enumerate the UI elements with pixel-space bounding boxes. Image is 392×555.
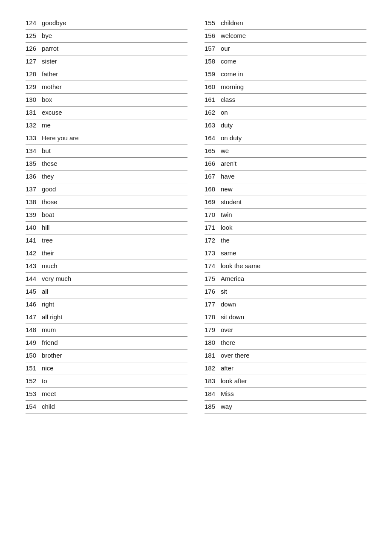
table-row: 165we [205, 145, 366, 158]
word-text: child [42, 403, 187, 410]
word-number: 129 [26, 83, 42, 90]
table-row: 143much [26, 260, 187, 273]
word-number: 136 [26, 173, 42, 180]
word-number: 160 [205, 83, 221, 90]
table-row: 139boat [26, 209, 187, 222]
word-number: 184 [205, 390, 221, 397]
word-text: nice [42, 364, 187, 372]
table-row: 126parrot [26, 43, 187, 55]
word-text: sister [42, 58, 187, 65]
word-text: parrot [42, 45, 187, 52]
word-number: 169 [205, 198, 221, 205]
word-number: 146 [26, 301, 42, 308]
word-text: twin [221, 211, 366, 218]
table-row: 129mother [26, 81, 187, 94]
table-row: 184Miss [205, 388, 366, 401]
word-number: 153 [26, 390, 42, 397]
word-text: welcome [221, 32, 366, 39]
table-row: 144very much [26, 273, 187, 286]
word-number: 166 [205, 160, 221, 167]
table-row: 158come [205, 55, 366, 68]
word-text: bye [42, 32, 187, 39]
word-text: very much [42, 275, 187, 282]
word-number: 176 [205, 288, 221, 295]
word-text: America [221, 275, 366, 282]
word-text: aren't [221, 160, 366, 167]
word-number: 173 [205, 249, 221, 257]
word-number: 161 [205, 96, 221, 103]
word-number: 130 [26, 96, 42, 103]
word-number: 133 [26, 134, 42, 142]
table-row: 130box [26, 94, 187, 107]
word-number: 127 [26, 58, 42, 65]
word-number: 142 [26, 249, 42, 257]
word-number: 157 [205, 45, 221, 52]
table-row: 140hill [26, 222, 187, 234]
table-row: 155children [205, 17, 366, 30]
word-text: me [42, 121, 187, 129]
right-column: 155children156welcome157our158come159com… [205, 17, 366, 413]
word-text: but [42, 147, 187, 154]
word-number: 164 [205, 134, 221, 142]
word-text: Here you are [42, 134, 187, 142]
table-row: 132me [26, 119, 187, 132]
table-row: 157our [205, 43, 366, 55]
word-text: after [221, 364, 366, 372]
table-row: 182after [205, 362, 366, 375]
word-list-container: 124goodbye125bye126parrot127sister128fat… [26, 17, 366, 413]
table-row: 173same [205, 247, 366, 260]
word-text: hill [42, 224, 187, 231]
table-row: 169student [205, 196, 366, 209]
table-row: 152to [26, 375, 187, 388]
word-number: 183 [205, 377, 221, 384]
word-text: they [42, 173, 187, 180]
table-row: 145all [26, 286, 187, 298]
table-row: 160morning [205, 81, 366, 94]
word-text: student [221, 198, 366, 205]
word-text: right [42, 301, 187, 308]
word-text: same [221, 249, 366, 257]
word-text: come [221, 58, 366, 65]
table-row: 133Here you are [26, 132, 187, 145]
word-number: 175 [205, 275, 221, 282]
word-number: 134 [26, 147, 42, 154]
word-number: 137 [26, 185, 42, 193]
table-row: 176sit [205, 286, 366, 298]
word-number: 171 [205, 224, 221, 231]
word-text: class [221, 96, 366, 103]
table-row: 156welcome [205, 30, 366, 43]
table-row: 127sister [26, 55, 187, 68]
word-number: 128 [26, 70, 42, 78]
word-number: 172 [205, 237, 221, 244]
table-row: 167have [205, 171, 366, 183]
word-number: 170 [205, 211, 221, 218]
word-text: excuse [42, 109, 187, 116]
table-row: 149friend [26, 337, 187, 350]
word-text: goodbye [42, 19, 187, 26]
word-number: 138 [26, 198, 42, 205]
table-row: 175America [205, 273, 366, 286]
word-text: down [221, 301, 366, 308]
table-row: 164on duty [205, 132, 366, 145]
word-text: look the same [221, 262, 366, 269]
word-number: 156 [205, 32, 221, 39]
word-number: 165 [205, 147, 221, 154]
table-row: 147all right [26, 311, 187, 324]
table-row: 181over there [205, 350, 366, 362]
word-number: 167 [205, 173, 221, 180]
word-text: have [221, 173, 366, 180]
word-text: meet [42, 390, 187, 397]
word-text: box [42, 96, 187, 103]
word-text: mum [42, 326, 187, 333]
word-text: father [42, 70, 187, 78]
table-row: 146right [26, 298, 187, 311]
word-number: 178 [205, 313, 221, 321]
word-text: those [42, 198, 187, 205]
word-number: 152 [26, 377, 42, 384]
word-number: 185 [205, 403, 221, 410]
table-row: 174look the same [205, 260, 366, 273]
word-text: on [221, 109, 366, 116]
left-column: 124goodbye125bye126parrot127sister128fat… [26, 17, 187, 413]
word-number: 155 [205, 19, 221, 26]
word-text: all right [42, 313, 187, 321]
